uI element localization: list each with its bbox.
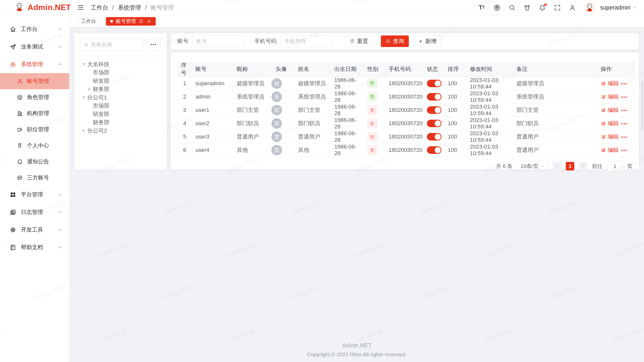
cell-no: 2 [177,90,192,104]
org-search-box[interactable] [80,39,143,50]
prev-page-button[interactable] [553,162,561,170]
caret-down-icon[interactable] [83,96,86,99]
sidebar-item-log-management[interactable]: 日志管理 [0,203,69,221]
sidebar-item-thirdparty-account[interactable]: 三方账号 [0,170,69,186]
admin-page: Admin.NET 工作台 业务测试 系统管理 账号管理 [0,0,644,362]
sidebar-item-position-management[interactable]: 职位管理 [0,121,69,138]
tree-node[interactable]: 分公司1 [74,93,167,102]
sidebar-item-notice[interactable]: 通知公告 [0,154,69,170]
breadcrumb-workbench[interactable]: 工作台 [91,4,108,12]
sidebar-item-workbench[interactable]: 工作台 [0,20,69,38]
cell-phone: 18020030720 [385,130,423,144]
theme-shirt-icon[interactable] [524,4,531,11]
org-tree: 大名科技 市场部 研发部 财务部 分公司1 市场部 研发部 财务部 分公司2 [74,56,167,135]
breadcrumb-system-management[interactable]: 系统管理 [118,4,141,12]
user-menu[interactable]: superadmin [600,4,637,11]
more-actions-button[interactable]: ••• [621,94,628,100]
language-icon[interactable] [493,4,501,11]
user-icon[interactable] [569,4,576,11]
tree-node[interactable]: 市场部 [74,68,167,77]
table-row: 2 admin 系统管理员 系 系统管理员 1986-06-28 男 18020… [177,90,635,104]
font-size-icon[interactable]: TT [478,4,486,11]
sidebar-item-profile-center[interactable]: 个人中心 [0,138,69,154]
building-icon [17,110,23,117]
sidebar-item-account-management[interactable]: 账号管理 [0,73,69,89]
tree-node[interactable]: 分公司2 [74,126,167,135]
tree-node[interactable]: 研发部 [74,110,167,118]
account-input[interactable] [192,35,244,47]
caret-right-icon[interactable] [88,88,91,91]
org-more-button[interactable]: ••• [147,39,161,50]
cell-avatar: 系 [268,90,295,104]
scrollbar-thumb[interactable] [641,81,643,130]
avatar[interactable] [584,2,595,13]
org-search-input[interactable] [91,41,140,48]
edit-button[interactable]: 编辑 [601,146,619,154]
search-button[interactable]: 查询 [381,35,409,47]
more-actions-button[interactable]: ••• [621,134,628,140]
edit-button[interactable]: 编辑 [601,120,619,127]
caret-down-icon[interactable] [83,63,86,65]
refresh-icon [350,39,355,44]
tree-node[interactable]: 财务部 [74,118,167,126]
cell-status [423,90,444,104]
org-search-row: ••• [74,33,167,56]
status-toggle[interactable] [427,120,441,127]
cell-account: admin [192,90,233,104]
more-actions-button[interactable]: ••• [621,121,628,126]
next-page-button[interactable] [579,162,587,170]
sidebar-item-dev-tools[interactable]: 开发工具 [0,221,69,239]
sidebar-item-org-management[interactable]: 机构管理 [0,105,69,121]
notification-bell-icon[interactable] [539,4,546,11]
sidebar-item-platform-management[interactable]: 平台管理 [0,186,69,203]
status-toggle[interactable] [427,93,441,101]
tree-node[interactable]: 大名科技 [74,60,167,68]
page-1-button[interactable]: 1 [566,162,574,170]
sidebar-item-help-docs[interactable]: 帮助文档 [0,239,69,256]
fullscreen-icon[interactable] [554,4,561,11]
edit-button[interactable]: 编辑 [601,106,619,114]
cell-nickname: 系统管理员 [233,90,268,104]
tab-account-management[interactable]: 账号管理 [106,17,156,26]
tab-label: 工作台 [81,18,96,25]
status-toggle[interactable] [427,146,441,154]
search-icon[interactable] [508,4,516,11]
sidebar-item-business-test[interactable]: 业务测试 [0,38,69,56]
tree-node[interactable]: 研发部 [74,77,167,85]
tree-node[interactable]: 市场部 [74,102,167,110]
sidebar-item-system-management[interactable]: 系统管理 [0,56,69,73]
tree-node[interactable]: 财务部 [74,85,167,93]
status-toggle[interactable] [427,106,441,114]
close-icon[interactable] [146,19,151,24]
more-actions-button[interactable]: ••• [621,81,628,86]
caret-right-icon[interactable] [83,129,85,132]
chevron-down-icon [58,245,63,250]
cell-no: 1 [177,77,192,90]
edit-button[interactable]: 编辑 [601,93,619,101]
more-actions-button[interactable]: ••• [621,107,628,113]
more-actions-button[interactable]: ••• [621,147,628,153]
add-button[interactable]: 新增 [413,35,441,47]
logo[interactable]: Admin.NET [0,0,69,15]
cell-actions: 编辑••• [597,130,635,144]
sidebar-item-role-management[interactable]: 角色管理 [0,89,69,105]
goto-page-input[interactable] [607,161,623,171]
cell-gender: 男 [364,77,385,90]
cell-name: 普通用户 [295,130,331,144]
caret-placeholder [88,79,91,82]
caret-placeholder [88,113,91,116]
phone-input[interactable] [280,35,332,47]
status-toggle[interactable] [427,80,441,87]
edit-button[interactable]: 编辑 [601,133,619,141]
cell-birthdate: 1986-06-28 [331,130,364,144]
breadcrumb: 工作台 / 系统管理 / 账号管理 [91,4,174,12]
page-size-select[interactable]: 10条/页 [517,161,548,171]
status-toggle[interactable] [427,133,441,141]
table-row: 3 user1 部门主管 部 部门主管 1986-06-28 女 1802003… [177,104,635,117]
tab-workbench[interactable]: 工作台 [77,17,100,26]
menu-fold-icon[interactable] [77,4,84,11]
reset-button[interactable]: 重置 [345,35,373,47]
refresh-icon[interactable] [139,19,144,24]
sidebar-item-label: 通知公告 [27,158,49,165]
edit-button[interactable]: 编辑 [601,80,619,87]
